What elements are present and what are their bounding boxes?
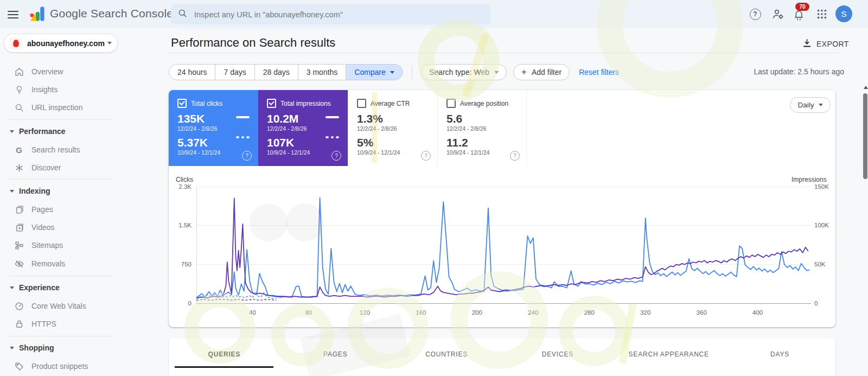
- export-button[interactable]: EXPORT: [802, 38, 849, 50]
- chevron-down-icon: [494, 71, 499, 74]
- help-icon[interactable]: [748, 7, 762, 21]
- sidebar-item-sitemaps[interactable]: Sitemaps: [0, 236, 163, 254]
- property-name: abounayefhoney.com: [27, 39, 107, 48]
- hamburger-menu-icon[interactable]: [8, 9, 18, 20]
- watermark-shape: [418, 20, 499, 101]
- avatar[interactable]: S: [835, 5, 852, 22]
- sidebar-section-indexing[interactable]: Indexing: [0, 182, 163, 200]
- help-icon[interactable]: [421, 151, 431, 161]
- add-filter-button[interactable]: + Add filter: [513, 64, 570, 80]
- sidebar-item-videos[interactable]: Videos: [0, 218, 163, 237]
- property-selector[interactable]: abounayefhoney.com: [4, 34, 118, 53]
- search-icon: [177, 8, 188, 21]
- metric-total-impressions[interactable]: Total impressions 10.2M 12/2/24 - 2/8/26…: [258, 90, 348, 166]
- y-tick: 150K: [814, 183, 829, 190]
- right-axis-title: Impressions: [792, 176, 827, 183]
- lightbulb-icon: [14, 84, 24, 95]
- chevron-down-icon: [390, 71, 394, 74]
- y-tick: 0: [169, 300, 192, 307]
- sidebar-section-performance[interactable]: Performance: [0, 122, 163, 141]
- sidebar-item-product-snippets[interactable]: Product snippets: [0, 357, 163, 375]
- x-tick: 200: [472, 309, 482, 316]
- help-icon[interactable]: [242, 151, 252, 161]
- compare-button[interactable]: Compare: [346, 65, 403, 80]
- eye-off-icon: [14, 258, 24, 269]
- sidebar-item-insights[interactable]: Insights: [0, 80, 163, 99]
- metric-average-ctr[interactable]: Average CTR 1.3% 12/2/24 - 2/8/26 5% 10/…: [348, 90, 437, 166]
- tab-queries[interactable]: QUERIES: [169, 338, 280, 376]
- sidebar-item-search-results[interactable]: G Search results: [0, 141, 163, 159]
- series-clicks-current: [196, 198, 809, 298]
- help-icon[interactable]: [510, 151, 520, 161]
- average-ctr-checkbox[interactable]: [357, 99, 366, 108]
- app-title: Google Search Console: [50, 7, 173, 20]
- sidebar-item-pages[interactable]: Pages: [0, 200, 163, 219]
- scrollbar-up-arrow[interactable]: [864, 86, 868, 89]
- speed-gauge-icon: [14, 301, 24, 311]
- sidebar-item-https[interactable]: HTTPS: [0, 315, 163, 333]
- apps-grid-icon[interactable]: [815, 7, 829, 21]
- sidebar-divider: [9, 119, 113, 120]
- range-3-months-button[interactable]: 3 months: [298, 65, 347, 80]
- x-tick: 280: [584, 309, 595, 316]
- metric-average-position[interactable]: Average position 5.6 12/2/24 - 2/8/26 11…: [437, 90, 527, 166]
- sidebar-item-removals[interactable]: Removals: [0, 254, 163, 273]
- range-28-days-button[interactable]: 28 days: [255, 65, 298, 80]
- chevron-down-icon: [819, 104, 823, 106]
- lock-icon: [14, 318, 24, 329]
- tab-pages[interactable]: PAGES: [280, 338, 391, 376]
- plus-icon: +: [521, 67, 527, 78]
- search-console-logo-icon: [29, 5, 48, 23]
- property-favicon: [10, 37, 22, 49]
- total-impressions-checkbox[interactable]: [267, 99, 276, 108]
- sidebar-section-shopping[interactable]: Shopping: [0, 339, 163, 357]
- range-7-days-button[interactable]: 7 days: [215, 65, 254, 80]
- tab-days[interactable]: DAYS: [724, 338, 835, 376]
- pages-icon: [14, 204, 24, 215]
- metric-total-clicks[interactable]: Total clicks 135K 12/2/24 - 2/8/26 5.37K…: [169, 90, 258, 166]
- granularity-dropdown[interactable]: Daily: [790, 97, 831, 113]
- sidebar-item-core-web-vitals[interactable]: Core Web Vitals: [0, 297, 163, 315]
- current-period-line-icon: [236, 116, 250, 118]
- x-axis-baseline: [196, 303, 811, 304]
- y-tick: 100K: [814, 222, 829, 228]
- range-24-hours-button[interactable]: 24 hours: [169, 65, 215, 80]
- top-app-bar: Google Search Console 70 S: [0, 0, 868, 28]
- sitemap-icon: [14, 240, 24, 251]
- tag-icon: [14, 361, 24, 372]
- x-axis-ticks: 40 80 120 160 200 240 280 320 360 400: [196, 309, 811, 317]
- home-icon: [14, 66, 24, 77]
- performance-chart-card: Total clicks 135K 12/2/24 - 2/8/26 5.37K…: [169, 90, 835, 327]
- y-tick: 2.3K: [169, 183, 192, 190]
- url-inspect-input[interactable]: [193, 10, 484, 20]
- search-type-filter[interactable]: Search type: Web: [421, 64, 507, 80]
- total-clicks-checkbox[interactable]: [177, 99, 187, 108]
- y-tick: 0: [814, 300, 818, 307]
- previous-period-dashed-line-icon: [326, 136, 339, 138]
- user-settings-icon[interactable]: [771, 7, 785, 21]
- help-icon[interactable]: [331, 151, 341, 161]
- sidebar-item-url-inspection[interactable]: URL inspection: [0, 98, 163, 117]
- y-tick: 1.5K: [169, 222, 192, 228]
- scrollbar-thumb[interactable]: [863, 93, 867, 179]
- x-tick: 120: [360, 309, 370, 316]
- sidebar-item-discover[interactable]: Discover: [0, 158, 163, 177]
- current-period-line-icon: [326, 116, 339, 118]
- chevron-down-icon: [10, 190, 14, 193]
- average-position-checkbox[interactable]: [446, 99, 456, 108]
- tab-countries[interactable]: COUNTRIES: [391, 338, 502, 376]
- sidebar-item-overview[interactable]: Overview: [0, 62, 163, 81]
- x-tick: 80: [305, 309, 312, 316]
- sidebar-section-experience[interactable]: Experience: [0, 278, 163, 297]
- tab-search-appearance[interactable]: SEARCH APPEARANCE: [613, 338, 724, 376]
- tab-devices[interactable]: DEVICES: [502, 338, 613, 376]
- y-tick: 750: [169, 261, 192, 267]
- x-tick: 40: [249, 309, 256, 316]
- reset-filters-link[interactable]: Reset filters: [579, 68, 619, 77]
- download-icon: [802, 38, 812, 50]
- url-inspect-searchbar[interactable]: [171, 4, 491, 24]
- x-tick: 320: [640, 309, 650, 316]
- x-tick: 360: [697, 309, 707, 316]
- previous-period-dashed-line-icon: [236, 136, 250, 138]
- performance-chart[interactable]: [196, 187, 811, 303]
